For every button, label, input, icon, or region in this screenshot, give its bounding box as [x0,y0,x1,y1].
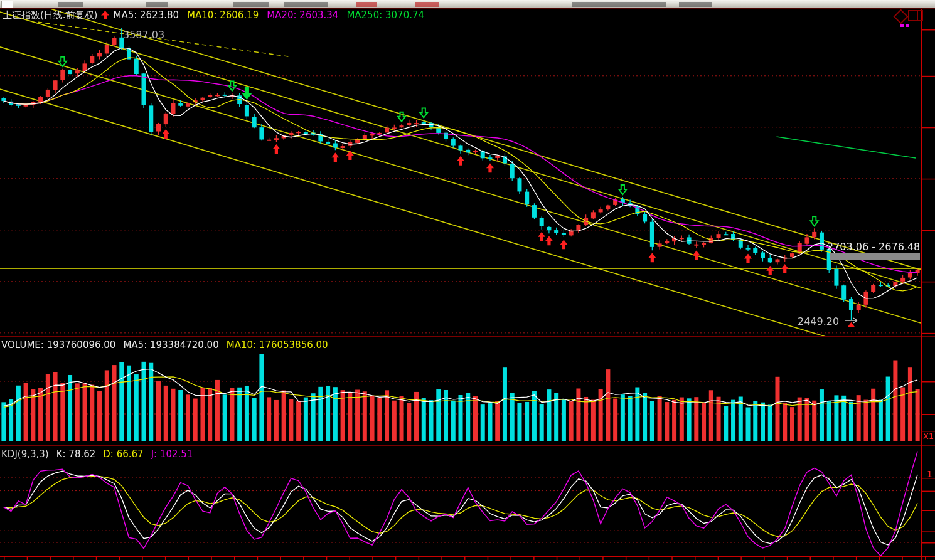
toolbar-file-icon [1,1,13,8]
toolbar-button-highlighted[interactable] [356,2,377,7]
magenta-marker-dot [906,24,909,27]
toolbar-text-fragment [233,2,269,7]
toolbar[interactable] [0,0,935,9]
toolbar-text-fragment [679,2,712,7]
window-layout-icon[interactable] [908,10,923,21]
toolbar-text-fragment [572,2,666,7]
toolbar-text-fragment [58,2,83,7]
toolbar-text-fragment [284,2,328,7]
magenta-marker-dot [900,24,904,27]
trading-app-window: 上证指数(日线.前复权)MA5: 2623.80MA10: 2606.19MA2… [0,0,935,560]
toolbar-button-highlighted[interactable] [415,2,439,7]
chart-canvas[interactable] [0,0,935,560]
toolbar-text-fragment [146,2,168,7]
